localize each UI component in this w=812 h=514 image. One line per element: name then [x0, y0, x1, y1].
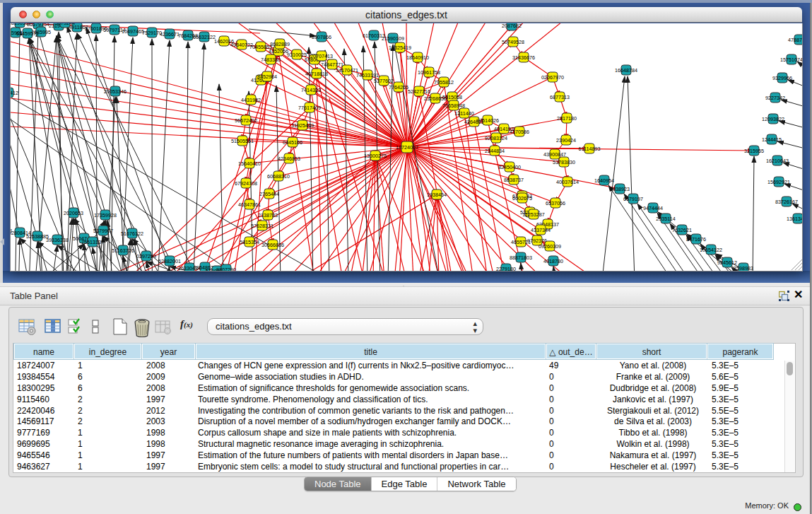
svg-text:15640410: 15640410 — [238, 160, 261, 167]
svg-text:4431982: 4431982 — [241, 97, 261, 103]
svg-text:10654122: 10654122 — [700, 247, 722, 253]
svg-text:67924708: 67924708 — [235, 180, 257, 187]
svg-text:65632122: 65632122 — [193, 34, 216, 40]
svg-text:7529170: 7529170 — [142, 30, 162, 36]
svg-text:7955812: 7955812 — [434, 79, 454, 86]
svg-text:8682889: 8682889 — [270, 41, 290, 47]
svg-text:5377602: 5377602 — [374, 78, 394, 84]
svg-text:4655721: 4655721 — [511, 239, 531, 245]
svg-text:8938923: 8938923 — [610, 186, 630, 192]
svg-text:20053346: 20053346 — [104, 88, 126, 95]
svg-text:70658948: 70658948 — [442, 103, 465, 109]
svg-text:51163726: 51163726 — [112, 247, 134, 254]
svg-text:4018780: 4018780 — [543, 258, 563, 264]
svg-text:5815354: 5815354 — [240, 239, 259, 245]
svg-text:4337344: 4337344 — [531, 227, 551, 233]
svg-text:92083124: 92083124 — [485, 135, 507, 141]
svg-text:75513137: 75513137 — [81, 239, 104, 245]
svg-text:6537056: 6537056 — [546, 200, 565, 206]
svg-text:6877313: 6877313 — [550, 94, 570, 100]
svg-text:96572492: 96572492 — [235, 117, 257, 124]
svg-text:17359928: 17359928 — [94, 212, 117, 218]
svg-text:2087682: 2087682 — [502, 23, 522, 29]
svg-text:42346853: 42346853 — [278, 156, 300, 162]
svg-text:13613412: 13613412 — [787, 216, 802, 222]
svg-text:51676122: 51676122 — [121, 230, 143, 237]
svg-text:97514026: 97514026 — [476, 117, 499, 124]
svg-text:0297299: 0297299 — [136, 253, 156, 259]
svg-text:6002675: 6002675 — [512, 195, 532, 201]
svg-text:7483380: 7483380 — [261, 57, 281, 63]
svg-text:10961758: 10961758 — [418, 69, 440, 76]
svg-text:4236671: 4236671 — [160, 31, 180, 37]
svg-text:16210643: 16210643 — [766, 158, 789, 164]
svg-text:9227342: 9227342 — [765, 95, 785, 101]
svg-text:77617409: 77617409 — [298, 105, 321, 111]
svg-text:31436676: 31436676 — [512, 54, 535, 61]
svg-text:2765444: 2765444 — [259, 191, 279, 197]
svg-text:12093822: 12093822 — [762, 116, 784, 122]
svg-text:52427316: 52427316 — [408, 88, 430, 95]
svg-text:60688310: 60688310 — [267, 173, 290, 180]
svg-text:09260309: 09260309 — [539, 243, 561, 250]
svg-text:31925449: 31925449 — [291, 122, 314, 129]
svg-text:46347861: 46347861 — [238, 201, 261, 208]
svg-text:7777412: 7777412 — [11, 90, 18, 96]
svg-text:1244415: 1244415 — [762, 136, 782, 143]
svg-text:16648784: 16648784 — [615, 67, 637, 74]
svg-text:82450400: 82450400 — [498, 164, 521, 170]
svg-text:2935114: 2935114 — [656, 216, 675, 222]
svg-text:8452984: 8452984 — [257, 74, 277, 80]
svg-text:4170586: 4170586 — [510, 129, 529, 135]
svg-text:5379907: 5379907 — [93, 228, 113, 234]
svg-text:83726167: 83726167 — [775, 199, 798, 205]
svg-text:10497465: 10497465 — [122, 28, 144, 35]
svg-text:18724007: 18724007 — [396, 144, 418, 151]
svg-text:2390424: 2390424 — [556, 137, 576, 144]
svg-text:40718818: 40718818 — [305, 71, 328, 77]
svg-text:47887838: 47887838 — [788, 37, 802, 43]
svg-text:02067970: 02067970 — [541, 74, 564, 81]
svg-text:88871803: 88871803 — [510, 255, 532, 261]
svg-text:7764265: 7764265 — [389, 84, 408, 90]
svg-text:7598983: 7598983 — [734, 265, 753, 271]
svg-text:9474444: 9474444 — [643, 205, 663, 211]
svg-text:2020653: 2020653 — [64, 210, 83, 216]
svg-text:1311440: 1311440 — [454, 110, 473, 117]
svg-text:53783830: 53783830 — [553, 159, 575, 165]
svg-text:61114893: 61114893 — [579, 146, 601, 152]
svg-text:57628331: 57628331 — [251, 223, 273, 229]
svg-text:9329966: 9329966 — [772, 75, 792, 81]
svg-text:43900847: 43900847 — [543, 151, 566, 158]
svg-text:7414333: 7414333 — [301, 87, 321, 93]
svg-text:40037614: 40037614 — [556, 179, 579, 185]
svg-text:9310025: 9310025 — [287, 52, 307, 58]
svg-text:20707413: 20707413 — [310, 53, 333, 59]
svg-text:1938454: 1938454 — [427, 192, 447, 198]
svg-text:0445166: 0445166 — [283, 139, 302, 146]
svg-text:11253287: 11253287 — [522, 211, 544, 218]
svg-text:8807290: 8807290 — [216, 267, 236, 272]
svg-text:1640954: 1640954 — [594, 177, 614, 184]
svg-text:3079244: 3079244 — [55, 23, 75, 26]
svg-text:18640910: 18640910 — [406, 54, 429, 61]
svg-text:8471676: 8471676 — [686, 236, 706, 243]
svg-text:13300275: 13300275 — [364, 153, 387, 159]
svg-text:2344834: 2344834 — [485, 148, 505, 154]
svg-text:39336338: 39336338 — [46, 237, 69, 243]
svg-text:7632621: 7632621 — [672, 227, 692, 233]
svg-text:34170471: 34170471 — [336, 67, 358, 74]
svg-text:2817180: 2817180 — [557, 115, 577, 122]
svg-text:8838737: 8838737 — [504, 177, 524, 183]
svg-text:62459571: 62459571 — [16, 30, 39, 37]
svg-text:8907866: 8907866 — [312, 34, 331, 40]
svg-text:2279180: 2279180 — [496, 266, 516, 272]
svg-text:21590109: 21590109 — [382, 35, 404, 42]
svg-text:15692921: 15692921 — [767, 179, 790, 185]
svg-text:3215955: 3215955 — [744, 148, 764, 154]
svg-text:6679197: 6679197 — [623, 196, 643, 202]
svg-text:5515058: 5515058 — [442, 94, 462, 100]
svg-text:30666836: 30666836 — [261, 242, 284, 248]
svg-text:13325419: 13325419 — [389, 45, 411, 51]
svg-text:15751074: 15751074 — [780, 57, 802, 63]
